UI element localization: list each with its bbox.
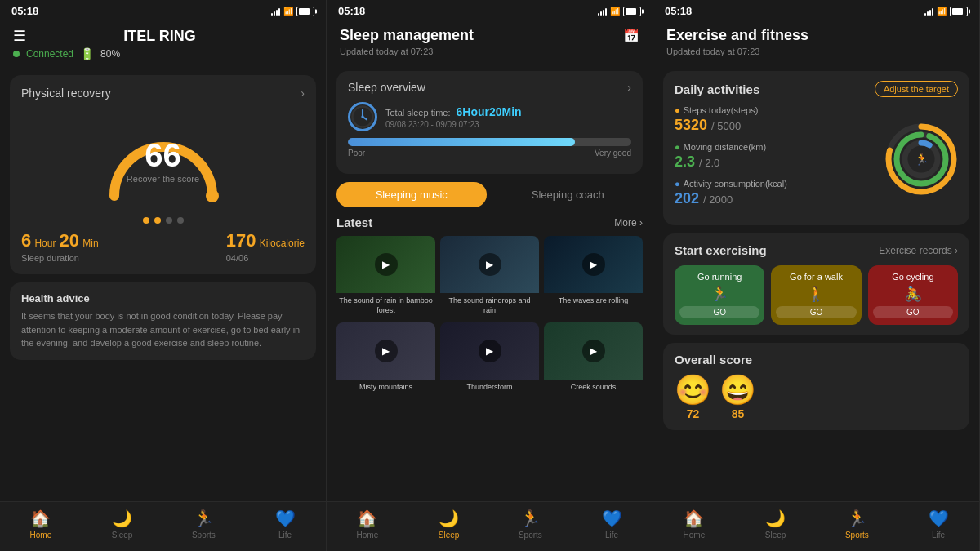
play-button-creek[interactable]: ▶ xyxy=(582,340,605,362)
status-time-home: 05:18 xyxy=(11,5,38,17)
nav-sports[interactable]: 🏃 Sports xyxy=(163,509,245,540)
music-item-mist[interactable]: ▶ Misty mountains xyxy=(336,322,435,404)
home-stats: 6 Hour 20 Min Sleep duration 170 Kilocal… xyxy=(21,230,305,263)
sleep-duration-label: Sleep duration xyxy=(21,253,99,263)
sleep-header: Sleep management 📅 Updated today at 07:2… xyxy=(327,22,653,63)
play-button-forest[interactable]: ▶ xyxy=(375,253,398,276)
tab-sleeping-music[interactable]: Sleeping music xyxy=(336,182,487,207)
play-button-rain[interactable]: ▶ xyxy=(479,253,501,276)
svg-text:🏃: 🏃 xyxy=(915,153,929,167)
music-label-rain: The sound raindrops and rain xyxy=(440,293,539,315)
calendar-icon[interactable]: 📅 xyxy=(623,28,639,43)
music-item-waves[interactable]: ▶ The waves are rolling xyxy=(544,236,643,318)
nav-home-label: Home xyxy=(30,531,52,540)
nav-life[interactable]: 💙 Life xyxy=(244,509,326,540)
status-icons-sleep: 📶 xyxy=(598,7,641,16)
nav-sports-e[interactable]: 🏃 Sports xyxy=(817,509,898,540)
nav-sleep-label-e: Sleep xyxy=(765,531,786,540)
music-label-storm: Thunderstorm xyxy=(440,380,539,393)
play-button-storm[interactable]: ▶ xyxy=(479,340,501,362)
nav-life-s[interactable]: 💙 Life xyxy=(571,509,653,540)
poor-label: Poor xyxy=(348,149,365,158)
battery-icon-home xyxy=(296,7,314,16)
more-link[interactable]: More › xyxy=(614,217,643,229)
status-icons-ex: 📶 xyxy=(924,7,968,16)
status-bar-home: 05:18 📶 xyxy=(0,0,326,22)
latest-title: Latest xyxy=(336,216,372,229)
nav-sleep-s[interactable]: 🌙 Sleep xyxy=(408,509,490,540)
wifi-icon-home: 📶 xyxy=(283,7,293,16)
life-icon: 💙 xyxy=(275,509,296,528)
calories-value: 170 Kilocalorie xyxy=(226,230,305,251)
sleep-overview-chevron[interactable]: › xyxy=(627,81,631,94)
music-item-creek[interactable]: ▶ Creek sounds xyxy=(544,322,643,404)
recovery-title: Physical recovery xyxy=(21,87,111,100)
date-label: 04/06 xyxy=(226,253,305,263)
go-walk-button[interactable]: Go for a walk 🚶 GO xyxy=(771,265,861,325)
wifi-icon-ex: 📶 xyxy=(937,7,947,16)
adjust-target-button[interactable]: Adjust the target xyxy=(875,81,958,97)
health-text: It seems that your body is not in good c… xyxy=(21,309,305,350)
nav-life-label-s: Life xyxy=(605,531,618,540)
go-cycling-button[interactable]: Go cycling 🚴 GO xyxy=(868,265,958,325)
exercise-records-link[interactable]: Exercise records › xyxy=(879,245,958,256)
nav-sleep[interactable]: 🌙 Sleep xyxy=(82,509,163,540)
exercise-title: Exercise and fitness xyxy=(666,27,808,44)
exercise-panel: 05:18 📶 Exercise and fitness Updated tod… xyxy=(653,0,980,551)
sleep-tabs: Sleeping music Sleeping coach xyxy=(336,182,643,207)
face-score-2: 85 xyxy=(719,407,756,420)
status-icons-home: 📶 xyxy=(271,7,314,16)
nav-home-label-e: Home xyxy=(684,531,706,540)
play-button-waves[interactable]: ▶ xyxy=(582,253,605,276)
home-title: ITEL RING xyxy=(123,28,196,45)
recovery-chevron[interactable]: › xyxy=(301,87,305,100)
health-title: Health advice xyxy=(21,292,305,304)
start-exercising-title: Start exercising xyxy=(675,243,767,257)
cycling-go-label: GO xyxy=(873,306,953,318)
activity-calories-value: 202 / 2000 xyxy=(675,190,884,207)
sleep-bottom-nav: 🏠 Home 🌙 Sleep 🏃 Sports 💙 Life xyxy=(327,501,653,551)
overall-score-card: Overall score 😊 72 😄 85 xyxy=(663,343,969,430)
recovery-score-label: Recover the score xyxy=(127,174,199,184)
tab-sleeping-coach[interactable]: Sleeping coach xyxy=(493,182,644,207)
nav-sleep-e[interactable]: 🌙 Sleep xyxy=(735,509,817,540)
very-good-label: Very good xyxy=(595,149,631,158)
sleep-clock-icon xyxy=(348,102,377,131)
nav-home[interactable]: 🏠 Home xyxy=(0,509,82,540)
status-bar-sleep: 05:18 📶 xyxy=(327,0,653,22)
nav-home-e[interactable]: 🏠 Home xyxy=(653,509,735,540)
nav-sports-s[interactable]: 🏃 Sports xyxy=(490,509,572,540)
music-item-forest[interactable]: ▶ The sound of rain in bamboo forest xyxy=(336,236,435,318)
status-bar-ex: 05:18 📶 xyxy=(653,0,979,22)
face-2: 😄 85 xyxy=(719,373,756,420)
play-button-mist[interactable]: ▶ xyxy=(375,340,398,362)
sports-icon: 🏃 xyxy=(194,509,214,528)
hamburger-menu[interactable]: ☰ xyxy=(13,27,26,45)
signal-icon-sleep xyxy=(598,7,607,16)
music-item-rain[interactable]: ▶ The sound raindrops and rain xyxy=(440,236,539,318)
go-running-button[interactable]: Go running 🏃 GO xyxy=(675,265,764,325)
sleep-total-row: Total sleep time: 6Hour20Min 09/08 23:20… xyxy=(348,102,631,131)
music-label-creek: Creek sounds xyxy=(544,380,643,393)
exercise-subtitle: Updated today at 07:23 xyxy=(666,47,966,56)
nav-sleep-label: Sleep xyxy=(112,531,133,540)
wifi-icon-sleep: 📶 xyxy=(610,7,620,16)
nav-sports-label-s: Sports xyxy=(519,531,542,540)
life-icon-e: 💙 xyxy=(929,509,949,528)
distance-label: Moving distance(km) xyxy=(675,142,884,152)
activity-calories-stat: Activity consumption(kcal) 202 / 2000 xyxy=(675,179,884,207)
sleep-bar: Poor Very good xyxy=(348,138,631,158)
nav-sports-label-e: Sports xyxy=(845,531,869,540)
steps-stat: Steps today(steps) 5320 / 5000 xyxy=(675,105,884,134)
face-emoji-2: 😄 xyxy=(719,373,756,407)
battery-percent: 80% xyxy=(100,48,120,60)
nav-home-s[interactable]: 🏠 Home xyxy=(327,509,408,540)
music-grid: ▶ The sound of rain in bamboo forest ▶ T… xyxy=(336,236,643,404)
steps-label: Steps today(steps) xyxy=(675,105,884,115)
nav-life-e[interactable]: 💙 Life xyxy=(898,509,979,540)
overall-title: Overall score xyxy=(675,353,958,367)
music-item-storm[interactable]: ▶ Thunderstorm xyxy=(440,322,539,404)
nav-sports-label: Sports xyxy=(192,531,216,540)
svg-point-2 xyxy=(361,115,363,118)
signal-icon-home xyxy=(271,7,280,16)
